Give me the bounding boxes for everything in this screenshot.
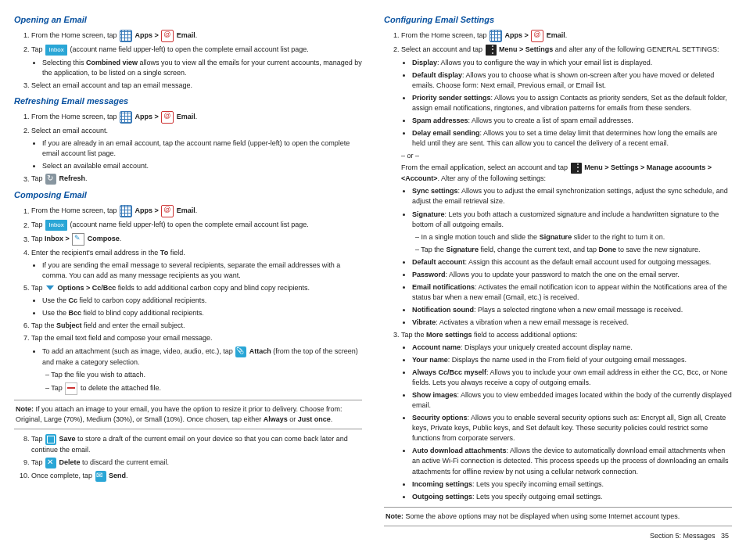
bullet-sync: Sync settings: Allows you to adjust the …: [412, 186, 732, 206]
footer-page-number: 35: [721, 532, 729, 540]
conf-step-3: Tap the More settings field to access ad…: [401, 330, 732, 502]
bold: Signature: [540, 233, 572, 241]
bold: Sync settings: [412, 187, 458, 195]
comp-step-4: Enter the recipient's email address in t…: [31, 248, 362, 281]
bullet-spam: Spam addresses: Allows you to create a l…: [412, 116, 732, 126]
menu-icon: [571, 163, 582, 174]
email-icon: [161, 111, 174, 124]
text: To add an attachment (such as image, vid…: [42, 347, 235, 355]
apps-icon: [120, 111, 132, 124]
bold: Password: [412, 271, 446, 278]
text: : Lets you both attach a customized sign…: [412, 210, 719, 228]
from-app-line: From the email application, select an ac…: [401, 163, 732, 184]
page-footer: Section 5: Messages 35: [384, 531, 732, 541]
bullet-password: Password: Allows you to update your pass…: [412, 270, 732, 280]
text: : Allows you to adjust the email synchro…: [412, 187, 728, 205]
text: slider to the right to turn it on.: [572, 233, 665, 241]
text: : Displays the name used in the From fie…: [448, 356, 687, 364]
bold: Just once: [298, 415, 331, 423]
email-icon: [161, 30, 174, 42]
text: field and enter the email subject.: [82, 321, 185, 329]
text: Tap the: [401, 331, 426, 339]
bold: Delay email sending: [412, 129, 480, 137]
heading-opening-email: Opening an Email: [14, 14, 362, 27]
text: Tap: [31, 284, 45, 292]
inbox-icon: Inbox: [45, 220, 67, 231]
text: Enter the recipient's email address in t…: [31, 249, 160, 257]
text: Tap the: [31, 321, 56, 329]
bold: Cc: [69, 296, 78, 304]
note-label: Note:: [386, 512, 403, 520]
text: Once complete, tap: [31, 472, 95, 479]
bold: More settings: [426, 331, 472, 339]
text: (account name field upper-left) to open …: [70, 221, 309, 229]
footer-section: Section 5: Messages: [650, 532, 716, 540]
inbox-icon: Inbox: [45, 45, 67, 56]
right-column: Configuring Email Settings From the Home…: [384, 11, 732, 541]
bullet-account-name: Account name: Displays your uniquely cre…: [412, 343, 732, 353]
text: Tap: [31, 235, 45, 243]
bold: Display: [412, 59, 437, 66]
text: : Displays your uniquely created account…: [461, 343, 633, 351]
bold: To: [160, 249, 168, 257]
comp-step-2: Tap Inbox (account name field upper-left…: [31, 220, 362, 231]
bold: Signature: [446, 246, 479, 253]
text: From the Home screen, tap: [31, 31, 119, 39]
text: : Lets you specify incoming email settin…: [472, 480, 604, 488]
bullet-auto-download: Auto download attachments: Allows the de…: [412, 446, 732, 476]
apps-icon: [490, 30, 502, 42]
text: field to blind copy additional recipient…: [81, 309, 204, 317]
text: : Allows you to view embedded images loc…: [412, 391, 732, 409]
bold: Spam addresses: [412, 117, 468, 124]
text: : Assign this account as the default ema…: [465, 258, 712, 266]
text: Tap: [31, 221, 45, 229]
bullet-outgoing: Outgoing settings: Lets you specify outg…: [412, 492, 732, 502]
menu-icon: [486, 45, 497, 56]
text: field, change the current text, and tap: [479, 246, 599, 253]
bullet-delay: Delay email sending: Allows you to set a…: [412, 128, 732, 149]
open-step-2-bullet: Selecting this Combined view allows you …: [42, 58, 362, 78]
comp-step-10: Once complete, tap Send.: [31, 471, 362, 482]
bold: Attach: [249, 347, 271, 355]
note-resize-image: Note: If you attach an image to your ema…: [14, 400, 362, 429]
refresh-label: Refresh: [59, 175, 86, 183]
bold: Combined view: [86, 59, 138, 66]
refresh-icon: [45, 174, 56, 185]
text: : Plays a selected ringtone when a new e…: [474, 306, 683, 314]
list-opening-email: From the Home screen, tap Apps > Email. …: [14, 30, 362, 91]
chevron-down-icon: [45, 284, 55, 293]
text: . Alter any of the following settings:: [438, 174, 547, 182]
bold: Security options: [412, 414, 468, 422]
bold: Save: [59, 435, 76, 443]
bullet-your-name: Your name: Displays the name used in the…: [412, 355, 732, 365]
or-divider: – or –: [401, 151, 732, 161]
text: Select an account and tap: [401, 45, 485, 53]
bullet-display: Display: Allows you to configure the way…: [412, 58, 732, 68]
ref-step-3: Tap Refresh.: [31, 174, 362, 185]
bold: Incoming settings: [412, 480, 472, 488]
comp-step-6: Tap the Subject field and enter the emai…: [31, 321, 362, 331]
bold: Compose: [88, 235, 120, 243]
bullet-show-images: Show images: Allows you to view embedded…: [412, 390, 732, 411]
bold: Menu > Settings: [499, 45, 553, 53]
text: : Allows you to create a list of spam em…: [468, 117, 633, 124]
bullet-notification-sound: Notification sound: Plays a selected rin…: [412, 305, 732, 315]
bold: Send: [109, 472, 126, 479]
sig-dash-1: In a single motion touch and slide the S…: [415, 232, 732, 242]
text: From the Home screen, tap: [31, 113, 119, 120]
save-icon: [45, 434, 56, 445]
text: field.: [168, 249, 185, 257]
bold: Show images: [412, 391, 457, 399]
comp-step-3: Tap Inbox > Compose.: [31, 233, 362, 246]
apps-label: Apps >: [505, 31, 531, 39]
apps-label: Apps >: [135, 113, 161, 120]
text: From the Home screen, tap: [31, 207, 119, 215]
bold: Auto download attachments: [412, 447, 507, 454]
email-label: Email: [177, 31, 195, 39]
apps-icon: [120, 30, 132, 42]
bold: Options > Cc/Bcc: [58, 284, 117, 292]
heading-refreshing: Refreshing Email messages: [14, 95, 362, 108]
bold: Account name: [412, 343, 461, 351]
dash-2: Tap to delete the attached file.: [45, 382, 362, 395]
text: : Activates a vibration when a new email…: [436, 318, 629, 326]
